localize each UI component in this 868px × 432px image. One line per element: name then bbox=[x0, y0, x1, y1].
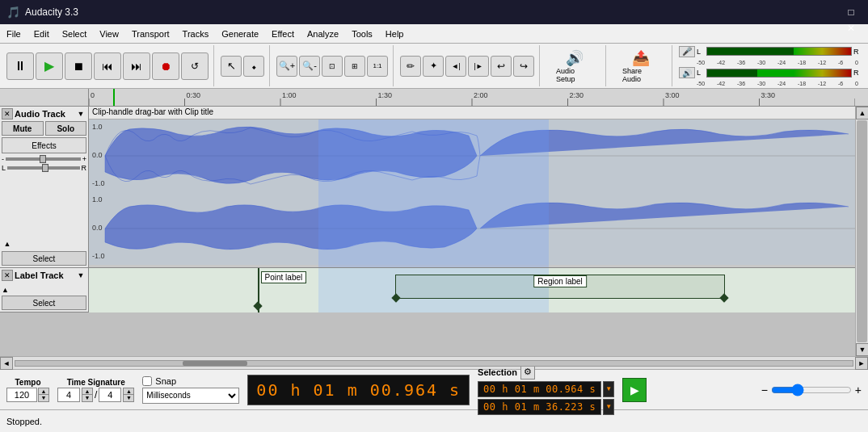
select-tool-button[interactable]: ↖ bbox=[221, 56, 242, 77]
hscroll-left-button[interactable]: ◄ bbox=[0, 357, 13, 370]
audio-setup-button[interactable]: 🔊 Audio Setup bbox=[550, 46, 599, 86]
share-audio-button[interactable]: 📤 Share Audio bbox=[616, 46, 665, 86]
timeline-ruler: 00:301:001:302:002:303:003:304:00 bbox=[89, 89, 855, 106]
play-vu-button[interactable]: 🔊 bbox=[679, 67, 695, 78]
trim-left-button[interactable]: ◄| bbox=[445, 56, 466, 77]
label-track-menu[interactable]: ▼ bbox=[75, 270, 86, 281]
pan-slider[interactable] bbox=[7, 166, 79, 170]
menu-transport[interactable]: Transport bbox=[125, 24, 176, 43]
selection-gear-button[interactable]: ⚙ bbox=[520, 365, 535, 380]
record-vu-bar-l bbox=[706, 47, 852, 56]
vu-scale-label: -12 bbox=[818, 81, 826, 86]
pan-row: L R bbox=[2, 164, 86, 172]
effects-button[interactable]: Effects bbox=[2, 137, 86, 153]
label-track-collapse[interactable]: ▲ bbox=[2, 286, 9, 294]
record-vu-button[interactable]: 🎤 bbox=[679, 46, 695, 57]
zoom-tools: 🔍+ 🔍- ⊡ ⊞ 1:1 bbox=[273, 45, 394, 86]
tempo-spinner[interactable]: ▲ ▼ bbox=[38, 388, 49, 402]
next-button[interactable]: ⏭ bbox=[123, 52, 150, 80]
audio-track-header: ✕ Audio Track ▼ bbox=[2, 108, 86, 120]
app-icon: 🎵 bbox=[6, 6, 20, 19]
time-display-main: 00 h 01 m 00.964 s bbox=[247, 375, 470, 405]
snap-checkbox[interactable] bbox=[142, 376, 152, 386]
hscroll-track[interactable] bbox=[15, 360, 853, 367]
audio-setup-icon: 🔊 bbox=[566, 49, 584, 67]
time-sig-den-input[interactable] bbox=[99, 388, 121, 402]
close-button[interactable]: ✕ bbox=[841, 20, 862, 36]
audio-position-slider: − + bbox=[761, 384, 862, 396]
clip-title-bar[interactable]: Clip-handle drag-bar with Clip title bbox=[89, 107, 855, 120]
zoom-in-button[interactable]: 🔍+ bbox=[276, 56, 297, 77]
menu-file[interactable]: File bbox=[0, 24, 27, 43]
menu-generate[interactable]: Generate bbox=[215, 24, 265, 43]
svg-text:0.0: 0.0 bbox=[92, 224, 103, 232]
tempo-input[interactable] bbox=[6, 388, 37, 402]
vscroll-thumb[interactable] bbox=[857, 120, 867, 342]
multi-tool-button[interactable]: ✦ bbox=[423, 56, 444, 77]
label-track-content[interactable]: Point label Region label bbox=[89, 268, 855, 312]
titlebar: 🎵 Audacity 3.3 ─ □ ✕ bbox=[0, 0, 868, 24]
audio-track-close[interactable]: ✕ bbox=[2, 108, 13, 120]
vscroll-up-button[interactable]: ▲ bbox=[856, 107, 868, 120]
label-point-1[interactable]: Point label bbox=[258, 268, 259, 312]
zoom-reset-button[interactable]: 1:1 bbox=[367, 56, 388, 77]
redo-button[interactable]: ↪ bbox=[513, 56, 534, 77]
label-track-select[interactable]: Select bbox=[2, 296, 86, 310]
time-sig-den-spinner[interactable]: ▲ ▼ bbox=[123, 388, 134, 402]
menu-view[interactable]: View bbox=[93, 24, 125, 43]
play-button[interactable]: ▶ bbox=[36, 52, 63, 80]
svg-text:2:30: 2:30 bbox=[570, 91, 584, 99]
hscroll-thumb[interactable] bbox=[183, 361, 247, 366]
menu-analyze[interactable]: Analyze bbox=[301, 24, 345, 43]
statusbar: Stopped. bbox=[0, 409, 868, 432]
record-button[interactable]: ⏺ bbox=[152, 52, 179, 80]
vu-scale-label: -18 bbox=[798, 81, 806, 86]
time-sig-num-input[interactable] bbox=[57, 388, 80, 402]
audio-track-waveform[interactable]: Clip-handle drag-bar with Clip title 1.0… bbox=[89, 107, 855, 267]
svg-text:0.0: 0.0 bbox=[92, 151, 103, 159]
label-region-1[interactable]: Region label bbox=[395, 275, 725, 299]
menu-effect[interactable]: Effect bbox=[265, 24, 301, 43]
menu-help[interactable]: Help bbox=[379, 24, 411, 43]
snap-unit-select[interactable]: Milliseconds bbox=[142, 388, 239, 404]
audio-track-menu[interactable]: ▼ bbox=[75, 108, 86, 120]
mute-button[interactable]: Mute bbox=[2, 121, 44, 136]
time-sig-num-spinner[interactable]: ▲ ▼ bbox=[82, 388, 93, 402]
hscroll-right-button[interactable]: ► bbox=[855, 357, 868, 370]
menu-tools[interactable]: Tools bbox=[345, 24, 379, 43]
undo-button[interactable]: ↩ bbox=[491, 56, 512, 77]
sel-end-display: 00 h 01 m 36.223 s bbox=[478, 399, 601, 415]
stop-button[interactable]: ⏹ bbox=[65, 52, 92, 80]
audio-track-collapse[interactable]: ▲ bbox=[2, 238, 13, 250]
menu-edit[interactable]: Edit bbox=[27, 24, 56, 43]
sel-end-dropdown[interactable]: ▼ bbox=[603, 399, 614, 415]
gain-slider[interactable] bbox=[6, 157, 81, 161]
vu-scale-label: 0 bbox=[855, 60, 858, 65]
menu-tracks[interactable]: Tracks bbox=[176, 24, 216, 43]
region-handle-right[interactable] bbox=[719, 293, 728, 302]
envelope-tool-button[interactable]: ⬥ bbox=[243, 56, 264, 77]
pause-button[interactable]: ⏸ bbox=[6, 52, 34, 80]
point-label-text[interactable]: Point label bbox=[261, 271, 307, 283]
vertical-scrollbar[interactable]: ▲ ▼ bbox=[855, 107, 868, 356]
tempo-label: Tempo bbox=[15, 378, 40, 387]
loop-button[interactable]: ↺ bbox=[181, 52, 209, 80]
label-track-close[interactable]: ✕ bbox=[2, 270, 13, 281]
sel-start-dropdown[interactable]: ▼ bbox=[603, 381, 614, 397]
trim-right-button[interactable]: |► bbox=[468, 56, 489, 77]
zoom-fit-button[interactable]: ⊞ bbox=[344, 56, 365, 77]
solo-button[interactable]: Solo bbox=[45, 121, 87, 136]
audio-track-select[interactable]: Select bbox=[2, 251, 86, 266]
menu-select[interactable]: Select bbox=[56, 24, 94, 43]
share-audio-label: Share Audio bbox=[622, 67, 659, 83]
vscroll-down-button[interactable]: ▼ bbox=[856, 343, 868, 356]
zoom-sel-button[interactable]: ⊡ bbox=[322, 56, 343, 77]
zoom-out-button[interactable]: 🔍- bbox=[299, 56, 320, 77]
position-range-input[interactable] bbox=[771, 384, 852, 396]
horizontal-scrollbar: ◄ ► bbox=[0, 356, 868, 369]
prev-button[interactable]: ⏮ bbox=[94, 52, 121, 80]
maximize-button[interactable]: □ bbox=[841, 4, 862, 20]
play-region-button[interactable]: ▶ bbox=[622, 378, 647, 402]
svg-text:1.0: 1.0 bbox=[92, 123, 103, 131]
draw-tool-button[interactable]: ✏ bbox=[400, 56, 421, 77]
